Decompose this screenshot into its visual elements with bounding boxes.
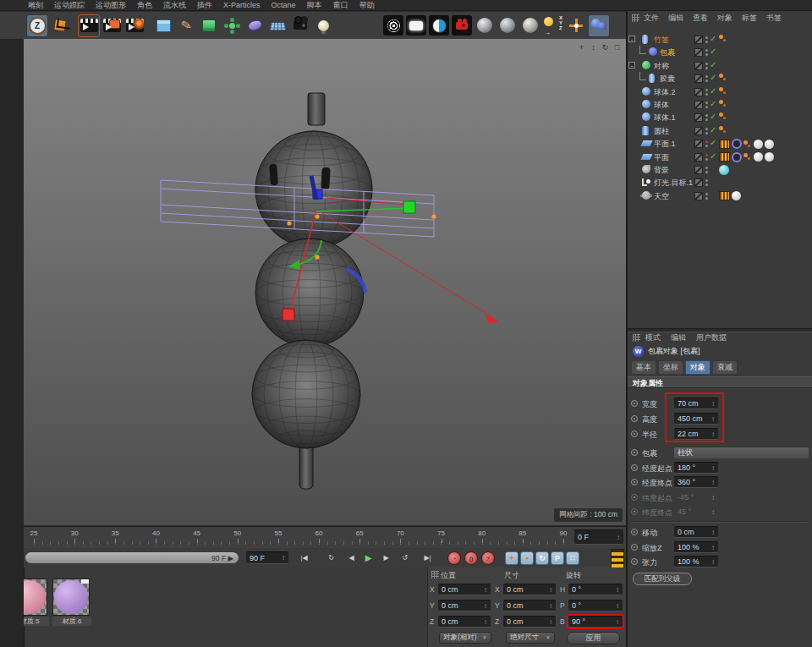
matwhite-tag[interactable] xyxy=(732,191,741,200)
menubar-item-8[interactable]: 脚本 xyxy=(307,0,322,11)
material-item[interactable]: 材质.5 xyxy=(24,578,49,626)
point-tag[interactable] xyxy=(743,153,748,157)
visibility-check-icon[interactable]: ✓ xyxy=(710,112,716,121)
object-row-4[interactable]: 球体.2✓ xyxy=(628,85,812,98)
keyframe-circle-icon[interactable] xyxy=(631,544,638,551)
material-item[interactable]: 材质.6 xyxy=(52,578,91,626)
stepper-icon[interactable]: ↕ xyxy=(616,618,619,626)
attribute-field-5[interactable]: 360 °↕ xyxy=(674,476,718,488)
object-manager-menu-0[interactable]: 文件 xyxy=(644,13,659,24)
target-tag[interactable] xyxy=(732,139,742,149)
keyframe-circle-icon[interactable] xyxy=(631,415,638,422)
object-row-8[interactable]: 平面.1✓ xyxy=(628,137,812,150)
attribute-field-10[interactable]: 100 %↕ xyxy=(674,556,718,567)
range-handle-icon[interactable]: ▶ xyxy=(228,554,233,562)
point-tag[interactable] xyxy=(719,112,723,117)
layer-box[interactable] xyxy=(694,48,703,57)
layer-box[interactable] xyxy=(694,140,703,148)
enable-toggle[interactable] xyxy=(705,154,708,161)
matcyan-tag[interactable] xyxy=(719,165,729,175)
layer-box[interactable] xyxy=(694,101,703,109)
coord-field-position-Z[interactable]: 0 cm↕ xyxy=(438,616,491,628)
layer-box[interactable] xyxy=(694,127,703,135)
matwhite-tag[interactable] xyxy=(754,140,763,149)
texture-tag[interactable] xyxy=(719,191,730,200)
tab-坐标[interactable]: 坐标 xyxy=(658,360,683,375)
tab-基本[interactable]: 基本 xyxy=(631,360,656,375)
attribute-field-4[interactable]: 180 °↕ xyxy=(674,462,718,474)
menubar-item-3[interactable]: 角色 xyxy=(137,0,152,11)
record-keyframe-button[interactable]: ◔ xyxy=(447,551,461,565)
object-row-12[interactable]: 天空 xyxy=(628,189,812,202)
stepper-icon[interactable]: ↕ xyxy=(711,544,715,551)
primitive-cube-button[interactable] xyxy=(152,14,174,37)
keyframe-circle-icon[interactable] xyxy=(631,558,638,565)
pan-icon[interactable]: + xyxy=(576,41,587,52)
enable-toggle[interactable] xyxy=(705,49,708,56)
spline-pen-button[interactable]: ✎ xyxy=(175,14,197,37)
light-button[interactable] xyxy=(312,14,334,37)
enable-toggle[interactable] xyxy=(705,179,708,186)
object-row-9[interactable]: 平面✓ xyxy=(628,151,812,163)
visibility-check-icon[interactable]: ✓ xyxy=(710,86,716,96)
object-row-5[interactable]: 球体✓ xyxy=(628,98,812,111)
object-row-1[interactable]: 包裹✓ xyxy=(628,46,812,58)
film-icon[interactable] xyxy=(611,549,624,568)
lock-rotation-button[interactable]: ↻ xyxy=(535,551,549,565)
attribute-menu-2[interactable]: 用户数据 xyxy=(696,332,727,343)
enable-toggle[interactable] xyxy=(705,193,708,200)
object-row-6[interactable]: 球体.1✓ xyxy=(628,111,812,123)
layer-box[interactable] xyxy=(694,166,703,174)
goto-start-button[interactable]: |◀ xyxy=(296,551,312,565)
object-row-2[interactable]: -对称✓ xyxy=(628,59,812,72)
maximize-icon[interactable]: □ xyxy=(612,41,623,52)
point-tag[interactable] xyxy=(719,100,723,104)
stepper-icon[interactable]: ↕ xyxy=(549,602,552,610)
layer-box[interactable] xyxy=(694,113,703,122)
attribute-field-1[interactable]: 450 cm↕ xyxy=(674,413,718,425)
coord-field-size-X[interactable]: 0 cm↕ xyxy=(503,584,556,595)
visibility-check-icon[interactable]: ✓ xyxy=(710,138,716,147)
timeline-end-field[interactable]: 0 F ↕ xyxy=(574,529,623,545)
gray-sphere-2-button[interactable] xyxy=(497,14,518,37)
render-view-button[interactable] xyxy=(78,14,100,37)
stepper-icon[interactable]: ↕ xyxy=(711,430,715,438)
red-camera-button[interactable] xyxy=(451,14,473,37)
key-options-button[interactable]: ? xyxy=(481,551,495,565)
material-thumbnail[interactable] xyxy=(24,578,47,616)
display-split-button[interactable] xyxy=(428,14,450,37)
stepper-icon[interactable]: ↕ xyxy=(711,464,715,472)
matwhite-tag[interactable] xyxy=(765,140,774,149)
material-card-button[interactable] xyxy=(405,14,427,37)
enable-toggle[interactable] xyxy=(705,63,708,69)
attribute-field-0[interactable]: 70 cm↕ xyxy=(674,398,718,409)
loop-button[interactable]: ↺ xyxy=(397,551,413,565)
enable-toggle[interactable] xyxy=(705,128,708,134)
layer-box[interactable] xyxy=(694,88,703,96)
point-tag[interactable] xyxy=(743,140,748,145)
coord-field-position-Y[interactable]: 0 cm↕ xyxy=(438,600,491,611)
coord-field-rotation-B[interactable]: 90 °↕ xyxy=(568,616,623,628)
stepper-icon[interactable]: ↕ xyxy=(711,558,715,566)
object-row-10[interactable]: 背景 xyxy=(628,163,812,176)
visibility-check-icon[interactable]: ✓ xyxy=(710,125,716,134)
render-settings-button[interactable] xyxy=(101,14,123,37)
wrap-mode-dropdown[interactable]: 柱状 xyxy=(674,447,809,458)
play-button[interactable]: ▶ xyxy=(360,551,376,565)
point-tag[interactable] xyxy=(719,126,723,130)
keyframe-circle-icon[interactable] xyxy=(631,508,638,515)
menubar-item-9[interactable]: 窗口 xyxy=(333,0,348,11)
object-row-11[interactable]: 灯光.目标.1 xyxy=(628,176,812,189)
menubar-item-2[interactable]: 运动图形 xyxy=(96,0,126,11)
keyframe-circle-icon[interactable] xyxy=(631,400,638,407)
coord-field-position-X[interactable]: 0 cm↕ xyxy=(438,584,491,595)
stepper-icon[interactable]: ↕ xyxy=(711,529,715,536)
stepper-icon[interactable]: ↕ xyxy=(617,534,620,541)
floor-button[interactable] xyxy=(266,14,288,37)
object-manager-menu-2[interactable]: 查看 xyxy=(693,13,708,24)
attribute-field-7[interactable]: 45 °↕ xyxy=(674,506,718,518)
viewport[interactable]: +↕↻□ 网格间距 : 100 cm xyxy=(24,39,626,525)
stepper-icon[interactable]: ↕ xyxy=(711,494,715,502)
stepper-icon[interactable]: ↕ xyxy=(549,586,552,594)
keyframe-circle-icon[interactable] xyxy=(631,494,638,501)
